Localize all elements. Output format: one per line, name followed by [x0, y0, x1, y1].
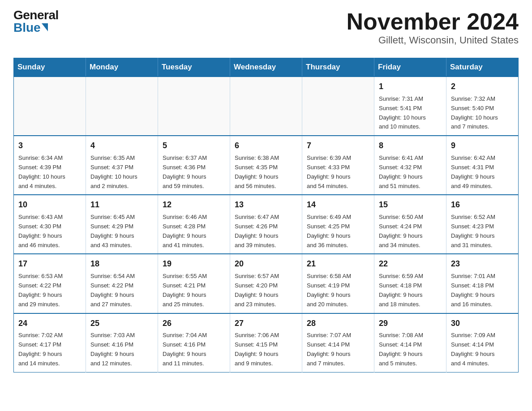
day-number: 13: [235, 199, 297, 211]
day-number: 16: [451, 199, 514, 211]
month-year-title: November 2024: [347, 9, 519, 34]
day-number: 22: [379, 258, 442, 270]
calendar-cell: 23Sunrise: 7:01 AM Sunset: 4:18 PM Dayli…: [446, 254, 519, 313]
header-right: November 2024 Gillett, Wisconsin, United…: [347, 9, 519, 53]
day-info: Sunrise: 6:53 AM Sunset: 4:22 PM Dayligh…: [18, 272, 81, 309]
day-info: Sunrise: 7:04 AM Sunset: 4:16 PM Dayligh…: [163, 331, 225, 368]
calendar-cell: 21Sunrise: 6:58 AM Sunset: 4:19 PM Dayli…: [302, 254, 374, 313]
calendar-cell: 30Sunrise: 7:09 AM Sunset: 4:14 PM Dayli…: [446, 313, 519, 372]
calendar-cell: [302, 77, 374, 136]
day-info: Sunrise: 7:03 AM Sunset: 4:16 PM Dayligh…: [90, 331, 153, 368]
calendar-cell: 3Sunrise: 6:34 AM Sunset: 4:39 PM Daylig…: [14, 136, 86, 195]
calendar-cell: [86, 77, 158, 136]
calendar-header: SundayMondayTuesdayWednesdayThursdayFrid…: [14, 58, 519, 77]
day-info: Sunrise: 6:45 AM Sunset: 4:29 PM Dayligh…: [90, 213, 153, 250]
day-number: 30: [451, 317, 514, 330]
day-info: Sunrise: 7:01 AM Sunset: 4:18 PM Dayligh…: [451, 272, 514, 309]
calendar-cell: 18Sunrise: 6:54 AM Sunset: 4:22 PM Dayli…: [86, 254, 158, 313]
day-info: Sunrise: 6:39 AM Sunset: 4:33 PM Dayligh…: [307, 154, 369, 191]
day-number: 25: [90, 317, 153, 330]
weekday-header-sunday: Sunday: [14, 58, 86, 77]
day-info: Sunrise: 7:32 AM Sunset: 5:40 PM Dayligh…: [451, 94, 514, 132]
calendar-cell: 19Sunrise: 6:55 AM Sunset: 4:21 PM Dayli…: [158, 254, 230, 313]
day-number: 5: [163, 140, 225, 152]
day-info: Sunrise: 6:42 AM Sunset: 4:31 PM Dayligh…: [451, 154, 514, 191]
day-info: Sunrise: 6:55 AM Sunset: 4:21 PM Dayligh…: [163, 272, 225, 309]
day-number: 8: [379, 140, 442, 152]
day-number: 27: [235, 317, 297, 330]
calendar-cell: 4Sunrise: 6:35 AM Sunset: 4:37 PM Daylig…: [86, 136, 158, 195]
calendar-cell: 11Sunrise: 6:45 AM Sunset: 4:29 PM Dayli…: [86, 195, 158, 254]
calendar-week-4: 17Sunrise: 6:53 AM Sunset: 4:22 PM Dayli…: [14, 254, 519, 313]
day-number: 20: [235, 258, 297, 270]
calendar-cell: 24Sunrise: 7:02 AM Sunset: 4:17 PM Dayli…: [14, 313, 86, 372]
day-number: 6: [235, 140, 297, 152]
day-number: 11: [90, 199, 153, 211]
day-number: 21: [307, 258, 369, 270]
calendar-cell: 17Sunrise: 6:53 AM Sunset: 4:22 PM Dayli…: [14, 254, 86, 313]
day-number: 3: [18, 140, 81, 152]
day-info: Sunrise: 6:38 AM Sunset: 4:35 PM Dayligh…: [235, 154, 297, 191]
day-info: Sunrise: 6:59 AM Sunset: 4:18 PM Dayligh…: [379, 272, 442, 309]
day-number: 19: [163, 258, 225, 270]
day-info: Sunrise: 6:58 AM Sunset: 4:19 PM Dayligh…: [307, 272, 369, 309]
day-number: 14: [307, 199, 369, 211]
day-info: Sunrise: 6:35 AM Sunset: 4:37 PM Dayligh…: [90, 154, 153, 191]
day-number: 7: [307, 140, 369, 152]
calendar-cell: 26Sunrise: 7:04 AM Sunset: 4:16 PM Dayli…: [158, 313, 230, 372]
day-number: 2: [451, 81, 514, 93]
calendar-cell: 1Sunrise: 7:31 AM Sunset: 5:41 PM Daylig…: [374, 77, 446, 136]
calendar-cell: [14, 77, 86, 136]
calendar-cell: 29Sunrise: 7:08 AM Sunset: 4:14 PM Dayli…: [374, 313, 446, 372]
day-number: 15: [379, 199, 442, 211]
calendar-week-1: 1Sunrise: 7:31 AM Sunset: 5:41 PM Daylig…: [14, 77, 519, 136]
day-info: Sunrise: 6:46 AM Sunset: 4:28 PM Dayligh…: [163, 213, 225, 250]
calendar-cell: 13Sunrise: 6:47 AM Sunset: 4:26 PM Dayli…: [230, 195, 302, 254]
calendar-week-2: 3Sunrise: 6:34 AM Sunset: 4:39 PM Daylig…: [14, 136, 519, 195]
calendar-cell: 10Sunrise: 6:43 AM Sunset: 4:30 PM Dayli…: [14, 195, 86, 254]
day-number: 23: [451, 258, 514, 270]
calendar-cell: 8Sunrise: 6:41 AM Sunset: 4:32 PM Daylig…: [374, 136, 446, 195]
day-info: Sunrise: 6:34 AM Sunset: 4:39 PM Dayligh…: [18, 154, 81, 191]
day-info: Sunrise: 7:02 AM Sunset: 4:17 PM Dayligh…: [18, 331, 81, 368]
day-number: 29: [379, 317, 442, 330]
day-info: Sunrise: 6:57 AM Sunset: 4:20 PM Dayligh…: [235, 272, 297, 309]
day-info: Sunrise: 7:08 AM Sunset: 4:14 PM Dayligh…: [379, 331, 442, 368]
logo-triangle-icon: [42, 23, 48, 31]
day-number: 18: [90, 258, 153, 270]
calendar-cell: 27Sunrise: 7:06 AM Sunset: 4:15 PM Dayli…: [230, 313, 302, 372]
calendar-cell: 9Sunrise: 6:42 AM Sunset: 4:31 PM Daylig…: [446, 136, 519, 195]
day-info: Sunrise: 6:41 AM Sunset: 4:32 PM Dayligh…: [379, 154, 442, 191]
logo-general-text: General: [13, 9, 59, 21]
calendar-cell: 28Sunrise: 7:07 AM Sunset: 4:14 PM Dayli…: [302, 313, 374, 372]
calendar-cell: 20Sunrise: 6:57 AM Sunset: 4:20 PM Dayli…: [230, 254, 302, 313]
day-info: Sunrise: 6:49 AM Sunset: 4:25 PM Dayligh…: [307, 213, 369, 250]
calendar-week-3: 10Sunrise: 6:43 AM Sunset: 4:30 PM Dayli…: [14, 195, 519, 254]
calendar-cell: 16Sunrise: 6:52 AM Sunset: 4:23 PM Dayli…: [446, 195, 519, 254]
weekday-header-saturday: Saturday: [446, 58, 519, 77]
day-number: 17: [18, 258, 81, 270]
calendar-cell: 2Sunrise: 7:32 AM Sunset: 5:40 PM Daylig…: [446, 77, 519, 136]
weekday-header-friday: Friday: [374, 58, 446, 77]
weekday-header-wednesday: Wednesday: [230, 58, 302, 77]
logo-blue-row: Blue: [13, 21, 48, 34]
day-number: 12: [163, 199, 225, 211]
day-number: 10: [18, 199, 81, 211]
calendar-cell: 15Sunrise: 6:50 AM Sunset: 4:24 PM Dayli…: [374, 195, 446, 254]
day-number: 9: [451, 140, 514, 152]
calendar-table: SundayMondayTuesdayWednesdayThursdayFrid…: [13, 58, 519, 372]
day-info: Sunrise: 7:06 AM Sunset: 4:15 PM Dayligh…: [235, 331, 297, 368]
logo-blue-text: Blue: [13, 21, 41, 34]
day-info: Sunrise: 6:50 AM Sunset: 4:24 PM Dayligh…: [379, 213, 442, 250]
calendar-cell: 12Sunrise: 6:46 AM Sunset: 4:28 PM Dayli…: [158, 195, 230, 254]
weekday-header-tuesday: Tuesday: [158, 58, 230, 77]
day-info: Sunrise: 6:54 AM Sunset: 4:22 PM Dayligh…: [90, 272, 153, 309]
calendar-cell: [230, 77, 302, 136]
day-number: 26: [163, 317, 225, 330]
day-info: Sunrise: 7:09 AM Sunset: 4:14 PM Dayligh…: [451, 331, 514, 368]
day-info: Sunrise: 6:47 AM Sunset: 4:26 PM Dayligh…: [235, 213, 297, 250]
calendar-cell: 25Sunrise: 7:03 AM Sunset: 4:16 PM Dayli…: [86, 313, 158, 372]
calendar-cell: 14Sunrise: 6:49 AM Sunset: 4:25 PM Dayli…: [302, 195, 374, 254]
day-number: 28: [307, 317, 369, 330]
calendar-body: 1Sunrise: 7:31 AM Sunset: 5:41 PM Daylig…: [14, 77, 519, 372]
